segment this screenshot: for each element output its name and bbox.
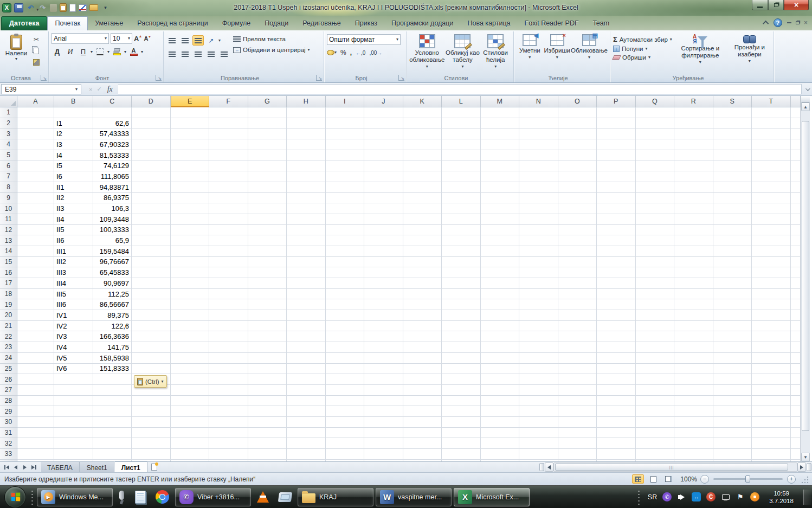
cell-L19[interactable] bbox=[442, 299, 481, 310]
cell-H18[interactable] bbox=[287, 289, 326, 300]
copy-button[interactable] bbox=[31, 46, 42, 56]
cell-G25[interactable] bbox=[248, 364, 287, 375]
column-header-R[interactable]: R bbox=[674, 96, 713, 107]
cell-Q19[interactable] bbox=[636, 299, 675, 310]
cell-D2[interactable] bbox=[132, 118, 171, 129]
cell-S19[interactable] bbox=[713, 299, 752, 310]
cell-B25[interactable]: IV6 bbox=[54, 364, 93, 375]
cell-F14[interactable] bbox=[209, 246, 248, 257]
cell-A17[interactable] bbox=[17, 278, 54, 289]
paste-options-button[interactable]: (Ctrl) ▾ bbox=[134, 375, 167, 388]
workbook-minimize-icon[interactable] bbox=[787, 22, 791, 23]
cell-T9[interactable] bbox=[752, 193, 791, 204]
conditional-formatting-button[interactable]: Условно обликовање ▾ bbox=[409, 33, 445, 73]
cell-O21[interactable] bbox=[558, 321, 597, 332]
cell-H12[interactable] bbox=[287, 225, 326, 236]
cell-I30[interactable] bbox=[326, 417, 365, 428]
cell-I9[interactable] bbox=[326, 193, 365, 204]
cell-F10[interactable] bbox=[209, 203, 248, 214]
cell-E12[interactable] bbox=[171, 225, 210, 236]
cell-C20[interactable]: 89,375 bbox=[93, 310, 132, 321]
cell-T12[interactable] bbox=[752, 225, 791, 236]
cell-N26[interactable] bbox=[519, 374, 558, 385]
cell-G3[interactable] bbox=[248, 128, 287, 139]
cell-L32[interactable] bbox=[442, 438, 481, 449]
align-left-button[interactable] bbox=[166, 49, 178, 59]
row-header-5[interactable]: 5 bbox=[0, 150, 17, 161]
cell-C12[interactable]: 100,3333 bbox=[93, 225, 132, 236]
row-header-15[interactable]: 15 bbox=[0, 257, 17, 268]
cell-K21[interactable] bbox=[403, 321, 442, 332]
cell-A29[interactable] bbox=[17, 406, 54, 417]
cell-D28[interactable] bbox=[132, 396, 171, 407]
cell-G9[interactable] bbox=[248, 193, 287, 204]
cell-R16[interactable] bbox=[674, 267, 713, 278]
borders-caret-icon[interactable]: ▾ bbox=[107, 50, 109, 54]
cell-O2[interactable] bbox=[558, 118, 597, 129]
cell-L22[interactable] bbox=[442, 331, 481, 342]
cell-P10[interactable] bbox=[597, 203, 636, 214]
cell-J21[interactable] bbox=[364, 321, 403, 332]
cell-N14[interactable] bbox=[519, 246, 558, 257]
cell-P23[interactable] bbox=[597, 342, 636, 353]
zoom-slider[interactable] bbox=[713, 478, 783, 480]
cell-F13[interactable] bbox=[209, 235, 248, 246]
cell-T18[interactable] bbox=[752, 289, 791, 300]
scroll-left-button[interactable] bbox=[545, 462, 553, 472]
cell-I16[interactable] bbox=[326, 267, 365, 278]
cell-K7[interactable] bbox=[403, 171, 442, 182]
ribbon-tab-new-tab[interactable]: Нова картица bbox=[460, 17, 517, 30]
cell-E22[interactable] bbox=[171, 331, 210, 342]
cell-A12[interactable] bbox=[17, 225, 54, 236]
cell-A23[interactable] bbox=[17, 342, 54, 353]
cell-K33[interactable] bbox=[403, 449, 442, 460]
insert-worksheet-button[interactable] bbox=[147, 462, 162, 472]
cell-F17[interactable] bbox=[209, 278, 248, 289]
cell-K8[interactable] bbox=[403, 182, 442, 193]
cell-L20[interactable] bbox=[442, 310, 481, 321]
first-sheet-button[interactable] bbox=[2, 463, 10, 471]
cell-Q13[interactable] bbox=[636, 235, 675, 246]
cell-T5[interactable] bbox=[752, 150, 791, 161]
underline-caret-icon[interactable]: ▾ bbox=[91, 50, 93, 54]
row-header-7[interactable]: 7 bbox=[0, 171, 17, 182]
cell-N17[interactable] bbox=[519, 278, 558, 289]
cell-K5[interactable] bbox=[403, 150, 442, 161]
cell-H32[interactable] bbox=[287, 438, 326, 449]
cell-M13[interactable] bbox=[481, 235, 520, 246]
cell-O8[interactable] bbox=[558, 182, 597, 193]
cell-A21[interactable] bbox=[17, 321, 54, 332]
cell-N28[interactable] bbox=[519, 396, 558, 407]
cell-D8[interactable] bbox=[132, 182, 171, 193]
cell-Q2[interactable] bbox=[636, 118, 675, 129]
cell-M15[interactable] bbox=[481, 257, 520, 268]
cell-L15[interactable] bbox=[442, 257, 481, 268]
last-sheet-button[interactable] bbox=[30, 463, 38, 471]
volume-icon[interactable] bbox=[677, 492, 686, 501]
cell-S11[interactable] bbox=[713, 214, 752, 225]
cell-C1[interactable] bbox=[93, 107, 132, 118]
cell-B12[interactable]: II5 bbox=[54, 225, 93, 236]
cell-F30[interactable] bbox=[209, 417, 248, 428]
cell-E28[interactable] bbox=[171, 396, 210, 407]
cell-T28[interactable] bbox=[752, 396, 791, 407]
row-header-9[interactable]: 9 bbox=[0, 193, 17, 204]
cell-Q30[interactable] bbox=[636, 417, 675, 428]
cell-N11[interactable] bbox=[519, 214, 558, 225]
font-size-select[interactable]: 10▾ bbox=[111, 33, 132, 44]
cell-P5[interactable] bbox=[597, 150, 636, 161]
row-header-25[interactable]: 25 bbox=[0, 364, 17, 375]
cell-N33[interactable] bbox=[519, 449, 558, 460]
cell-L30[interactable] bbox=[442, 417, 481, 428]
cell-C2[interactable]: 62,6 bbox=[93, 118, 132, 129]
cell-T16[interactable] bbox=[752, 267, 791, 278]
cell-O29[interactable] bbox=[558, 406, 597, 417]
cell-T30[interactable] bbox=[752, 417, 791, 428]
cell-P25[interactable] bbox=[597, 364, 636, 375]
cell-S3[interactable] bbox=[713, 128, 752, 139]
cell-G32[interactable] bbox=[248, 438, 287, 449]
cell-O24[interactable] bbox=[558, 353, 597, 364]
cell-D1[interactable] bbox=[132, 107, 171, 118]
cell-M33[interactable] bbox=[481, 449, 520, 460]
shrink-font-button[interactable]: A▼ bbox=[144, 35, 151, 42]
